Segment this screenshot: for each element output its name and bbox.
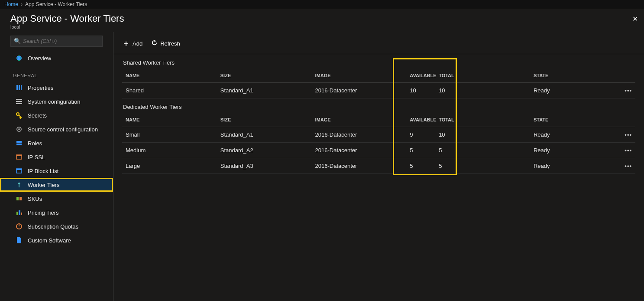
- cell-state: Ready: [530, 83, 618, 98]
- table-row[interactable]: Large Standard_A3 2016-Datacenter 5 5 Re…: [122, 158, 635, 174]
- breadcrumb-home[interactable]: Home: [4, 1, 18, 7]
- svg-rect-21: [19, 210, 20, 215]
- sidebar-item-overview[interactable]: Overview: [0, 51, 113, 65]
- svg-rect-2: [16, 85, 18, 90]
- svg-point-10: [18, 128, 20, 130]
- globe-icon: [16, 55, 23, 62]
- svg-rect-4: [21, 85, 22, 90]
- row-actions-icon[interactable]: •••: [625, 87, 632, 94]
- svg-rect-16: [16, 169, 22, 170]
- table-row[interactable]: Medium Standard_A2 2016-Datacenter 5 5 R…: [122, 143, 635, 158]
- cell-available: 5: [406, 143, 435, 158]
- col-available[interactable]: AVAILABLE: [406, 69, 435, 83]
- svg-rect-22: [21, 213, 22, 215]
- cell-image: 2016-Datacenter: [312, 143, 407, 158]
- main-content: ＋ Add Refresh Shared Worker Tiers: [113, 32, 644, 301]
- col-total[interactable]: TOTAL: [435, 113, 530, 127]
- sidebar-item-label: IP Block List: [28, 168, 58, 174]
- pricing-icon: [16, 209, 23, 216]
- row-actions-icon[interactable]: •••: [625, 131, 632, 138]
- key-icon: [16, 112, 23, 119]
- sidebar-item-pricing-tiers[interactable]: Pricing Tiers: [0, 206, 113, 219]
- col-name[interactable]: NAME: [122, 113, 217, 127]
- sidebar-item-worker-tiers[interactable]: Worker Tiers: [0, 178, 113, 192]
- gear-icon: [16, 126, 23, 133]
- svg-rect-3: [19, 85, 20, 90]
- table-row[interactable]: Small Standard_A1 2016-Datacenter 9 10 R…: [122, 127, 635, 143]
- list-icon: [16, 98, 23, 105]
- sidebar-item-label: Custom Software: [28, 237, 71, 244]
- blade-header: App Service - Worker Tiers local ✕: [0, 9, 644, 32]
- svg-rect-7: [16, 103, 22, 104]
- sidebar-item-skus[interactable]: SKUs: [0, 192, 113, 206]
- page-subtitle: local: [10, 24, 124, 29]
- add-button[interactable]: ＋ Add: [122, 38, 142, 49]
- cell-size: Standard_A1: [217, 127, 312, 143]
- cell-available: 9: [406, 127, 435, 143]
- sidebar-item-roles[interactable]: Roles: [0, 136, 113, 150]
- col-state[interactable]: STATE: [530, 113, 618, 127]
- svg-point-0: [16, 56, 22, 61]
- quota-icon: [16, 223, 23, 230]
- sidebar-item-source-control[interactable]: Source control configuration: [0, 122, 113, 136]
- section-shared: Shared Worker Tiers NAME SIZE IMAGE AVAI…: [113, 54, 644, 98]
- col-name[interactable]: NAME: [122, 69, 217, 83]
- chevron-right-icon: ›: [21, 1, 23, 7]
- col-total[interactable]: TOTAL: [435, 69, 530, 83]
- cell-total: 5: [435, 158, 530, 174]
- svg-rect-17: [19, 184, 19, 187]
- svg-rect-5: [16, 99, 22, 100]
- svg-rect-18: [16, 197, 19, 200]
- worker-icon: [16, 181, 23, 188]
- row-actions-icon[interactable]: •••: [625, 147, 632, 154]
- sidebar-item-custom-software[interactable]: Custom Software: [0, 233, 113, 247]
- svg-rect-14: [16, 155, 22, 156]
- cell-state: Ready: [530, 158, 618, 174]
- sidebar-item-ip-block-list[interactable]: IP Block List: [0, 164, 113, 178]
- col-size[interactable]: SIZE: [217, 113, 312, 127]
- refresh-button[interactable]: Refresh: [151, 38, 180, 49]
- refresh-icon: [151, 39, 158, 47]
- col-available[interactable]: AVAILABLE: [406, 113, 435, 127]
- svg-rect-12: [16, 144, 22, 145]
- section-dedicated: Dedicated Worker Tiers NAME SIZE IMAGE A…: [113, 98, 644, 174]
- properties-icon: [16, 84, 23, 91]
- sku-icon: [16, 195, 23, 202]
- col-state[interactable]: STATE: [530, 69, 618, 83]
- cell-size: Standard_A2: [217, 143, 312, 158]
- col-size[interactable]: SIZE: [217, 69, 312, 83]
- sidebar-item-properties[interactable]: Properties: [0, 81, 113, 95]
- sidebar-item-label: Subscription Quotas: [28, 223, 78, 230]
- sidebar-item-secrets[interactable]: Secrets: [0, 108, 113, 122]
- sidebar-item-subscription-quotas[interactable]: Subscription Quotas: [0, 219, 113, 233]
- cell-image: 2016-Datacenter: [312, 127, 407, 143]
- toolbar: ＋ Add Refresh: [113, 32, 644, 54]
- row-actions-icon[interactable]: •••: [625, 163, 632, 169]
- sidebar: 🔍 Overview GENERAL Properties System con…: [0, 32, 113, 301]
- cell-image: 2016-Datacenter: [312, 83, 407, 98]
- plus-icon: ＋: [122, 38, 130, 49]
- sidebar-item-label: System configuration: [28, 98, 80, 105]
- sidebar-item-label: IP SSL: [28, 154, 45, 160]
- sidebar-item-label: Overview: [28, 55, 51, 62]
- cell-total: 5: [435, 143, 530, 158]
- cell-total: 10: [435, 127, 530, 143]
- sidebar-item-ip-ssl[interactable]: IP SSL: [0, 150, 113, 164]
- close-icon[interactable]: ✕: [632, 15, 638, 23]
- window-icon: [16, 167, 23, 174]
- col-image[interactable]: IMAGE: [312, 69, 407, 83]
- search-input[interactable]: [10, 36, 103, 47]
- document-icon: [16, 237, 23, 244]
- sidebar-item-system-configuration[interactable]: System configuration: [0, 95, 113, 108]
- col-image[interactable]: IMAGE: [312, 113, 407, 127]
- section-title-dedicated: Dedicated Worker Tiers: [122, 104, 635, 113]
- refresh-label: Refresh: [160, 40, 180, 47]
- sidebar-item-label: SKUs: [28, 196, 42, 202]
- add-label: Add: [133, 40, 142, 47]
- window-icon: [16, 154, 23, 160]
- sidebar-item-label: Roles: [28, 140, 42, 147]
- section-title-shared: Shared Worker Tiers: [122, 59, 635, 69]
- table-row[interactable]: Shared Standard_A1 2016-Datacenter 10 10…: [122, 83, 635, 98]
- svg-rect-20: [16, 212, 18, 215]
- cell-name: Medium: [122, 143, 217, 158]
